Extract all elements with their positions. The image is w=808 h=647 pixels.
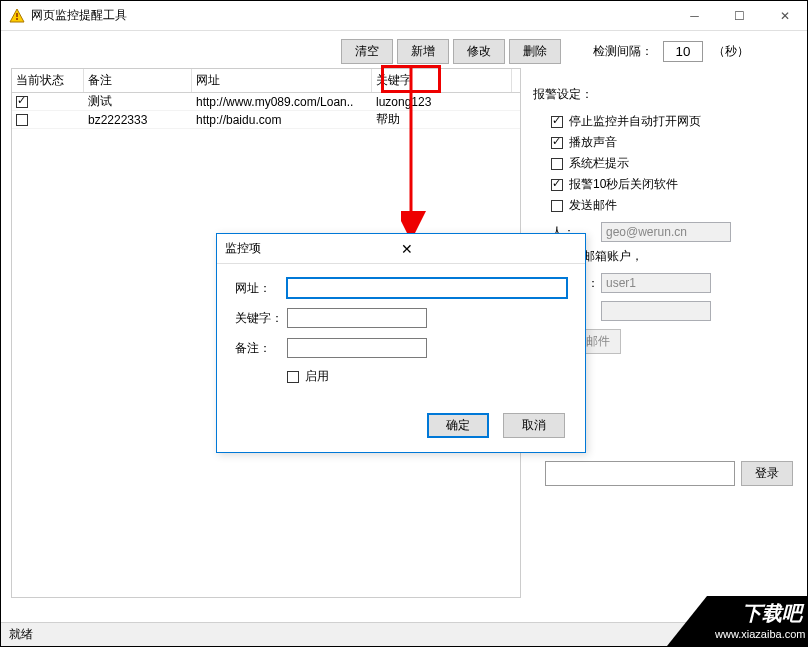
interval-unit: （秒） [713,43,749,60]
alarm-checkbox[interactable] [551,179,563,191]
login-button[interactable]: 登录 [741,461,793,486]
dialog-enable-label: 启用 [305,368,329,385]
row-remark: 测试 [84,92,192,111]
login-row: 登录 [545,461,793,486]
dialog-keyword-label: 关键字： [235,310,287,327]
svg-rect-2 [16,18,18,20]
row-keyword: luzong123 [372,94,512,110]
dialog-close-button[interactable]: ✕ [397,241,577,257]
dialog-title: 监控项 [225,240,397,257]
list-header: 当前状态 备注 网址 关键字 [12,69,520,93]
row-url: http://baidu.com [192,112,372,128]
dialog-remark-label: 备注： [235,340,287,357]
dialog-enable-checkbox[interactable] [287,371,299,383]
dialog-ok-button[interactable]: 确定 [427,413,489,438]
col-url[interactable]: 网址 [192,69,372,92]
password-input[interactable] [601,301,711,321]
dialog-url-input[interactable] [287,278,567,298]
alarm-label: 停止监控并自动打开网页 [569,113,701,130]
table-row[interactable]: bz2222333http://baidu.com帮助 [12,111,520,129]
delete-button[interactable]: 删除 [509,39,561,64]
interval-label: 检测间隔： [593,43,653,60]
col-keyword[interactable]: 关键字 [372,69,512,92]
alarm-option[interactable]: 系统栏提示 [551,155,783,172]
statusbar: 就绪 购买 开 [1,622,807,646]
alarm-label: 系统栏提示 [569,155,629,172]
interval-input[interactable] [663,41,703,62]
dialog-url-label: 网址： [235,280,287,297]
maximize-button[interactable]: ☐ [717,1,762,31]
titlebar: 网页监控提醒工具 ─ ☐ ✕ [1,1,807,31]
dialog-cancel-button[interactable]: 取消 [503,413,565,438]
buy-button[interactable]: 购买 [687,622,739,647]
alarm-label: 发送邮件 [569,197,617,214]
dialog-remark-input[interactable] [287,338,427,358]
row-url: http://www.my089.com/Loan.. [192,94,372,110]
alarm-checkbox[interactable] [551,116,563,128]
row-keyword: 帮助 [372,110,512,129]
alarm-option[interactable]: 停止监控并自动打开网页 [551,113,783,130]
username-input[interactable] [601,273,711,293]
alarm-checkbox[interactable] [551,137,563,149]
row-checkbox[interactable] [16,96,28,108]
row-checkbox[interactable] [16,114,28,126]
alarm-option[interactable]: 报警10秒后关闭软件 [551,176,783,193]
svg-rect-1 [16,13,18,17]
alarm-title: 报警设定： [533,86,783,103]
close-button[interactable]: ✕ [762,1,807,31]
recipient-input[interactable] [601,222,731,242]
status-text: 就绪 [9,626,687,643]
row-remark: bz2222333 [84,112,192,128]
login-input[interactable] [545,461,735,486]
col-remark[interactable]: 备注 [84,69,192,92]
alarm-option[interactable]: 发送邮件 [551,197,783,214]
minimize-button[interactable]: ─ [672,1,717,31]
edit-button[interactable]: 修改 [453,39,505,64]
add-button[interactable]: 新增 [397,39,449,64]
open-button[interactable]: 开 [747,622,799,647]
dialog-keyword-input[interactable] [287,308,427,328]
clear-button[interactable]: 清空 [341,39,393,64]
toolbar: 清空 新增 修改 删除 检测间隔： （秒） [11,39,797,64]
alarm-label: 报警10秒后关闭软件 [569,176,678,193]
alarm-checkbox[interactable] [551,158,563,170]
window-title: 网页监控提醒工具 [31,7,672,24]
alarm-option[interactable]: 播放声音 [551,134,783,151]
table-row[interactable]: 测试http://www.my089.com/Loan..luzong123 [12,93,520,111]
app-icon [9,8,25,24]
monitor-item-dialog: 监控项 ✕ 网址： 关键字： 备注： 启用 确定 取消 [216,233,586,453]
alarm-checkbox[interactable] [551,200,563,212]
col-status[interactable]: 当前状态 [12,69,84,92]
alarm-label: 播放声音 [569,134,617,151]
